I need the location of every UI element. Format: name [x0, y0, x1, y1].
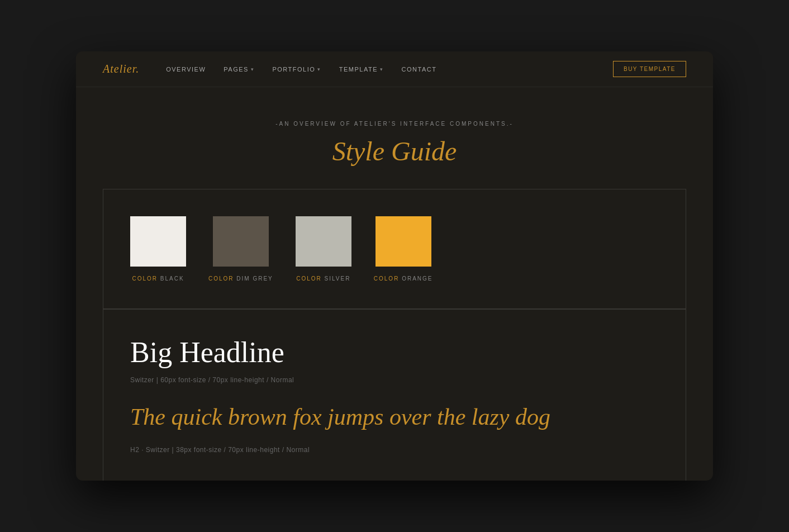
- site-logo[interactable]: Atelier.: [103, 63, 139, 75]
- nav-item-overview[interactable]: OVERVIEW: [166, 66, 206, 73]
- hero-section: -AN OVERVIEW OF ATELIER'S INTERFACE COMP…: [76, 87, 713, 189]
- buy-template-button[interactable]: BUY TEMPLATE: [613, 61, 686, 77]
- hero-title: Style Guide: [103, 136, 686, 167]
- color-grid: COLOR BLACK COLOR DIM GREY COLOR SILVER …: [130, 216, 659, 282]
- nav-item-template[interactable]: TEMPLATE ▾: [339, 66, 384, 73]
- chevron-down-icon: ▾: [380, 66, 384, 72]
- color-item-dimgrey: COLOR DIM GREY: [208, 216, 273, 282]
- color-label-silver: COLOR SILVER: [296, 276, 350, 282]
- nav-item-contact[interactable]: CONTACT: [402, 66, 437, 73]
- big-headline-label: Big Headline: [130, 336, 659, 368]
- nav-item-pages[interactable]: PAGES ▾: [224, 66, 254, 73]
- color-swatch-silver: [296, 216, 351, 267]
- browser-frame: Atelier. OVERVIEW PAGES ▾ PORTFOLIO ▾ TE…: [76, 51, 713, 481]
- color-label-orange: COLOR ORANGE: [374, 276, 433, 282]
- chevron-down-icon: ▾: [251, 66, 255, 72]
- type-sample-text: The quick brown fox jumps over the lazy …: [130, 402, 659, 433]
- nav-item-portfolio[interactable]: PORTFOLIO ▾: [272, 66, 321, 73]
- typography-section: Big Headline Switzer | 60px font-size / …: [103, 309, 686, 481]
- color-section: COLOR BLACK COLOR DIM GREY COLOR SILVER …: [103, 189, 686, 309]
- color-item-orange: COLOR ORANGE: [374, 216, 433, 282]
- navbar: Atelier. OVERVIEW PAGES ▾ PORTFOLIO ▾ TE…: [76, 51, 713, 87]
- nav-links: OVERVIEW PAGES ▾ PORTFOLIO ▾ TEMPLATE ▾ …: [166, 66, 613, 73]
- color-swatch-black: [130, 216, 186, 267]
- chevron-down-icon: ▾: [317, 66, 321, 72]
- hero-subtitle: -AN OVERVIEW OF ATELIER'S INTERFACE COMP…: [103, 121, 686, 127]
- color-item-silver: COLOR SILVER: [296, 216, 351, 282]
- type-sample-meta: H2 · Switzer | 38px font-size / 70px lin…: [130, 446, 659, 454]
- color-swatch-orange: [376, 216, 431, 267]
- color-swatch-dimgrey: [213, 216, 269, 267]
- color-item-black: COLOR BLACK: [130, 216, 186, 282]
- color-label-dimgrey: COLOR DIM GREY: [208, 276, 273, 282]
- big-headline-meta: Switzer | 60px font-size / 70px line-hei…: [130, 376, 659, 384]
- color-label-black: COLOR BLACK: [132, 276, 184, 282]
